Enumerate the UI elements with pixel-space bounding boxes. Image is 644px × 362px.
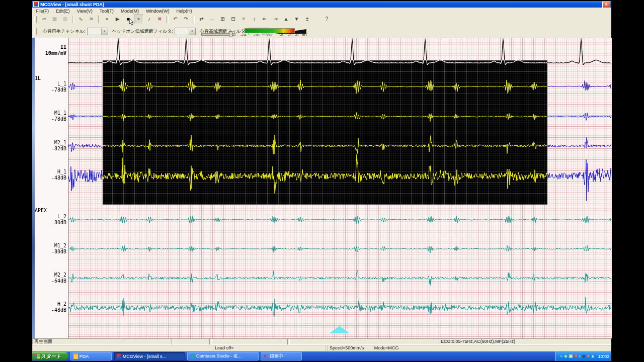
fit-width-button[interactable]: ↔ bbox=[207, 15, 217, 24]
meter-tick: -0 bbox=[295, 33, 298, 37]
channel-l1-label: L_1 -78dB bbox=[32, 81, 66, 93]
zoom-out-button[interactable]: ⊟ bbox=[228, 15, 238, 24]
filter-bar: 心音再生チャンネル: ▼ ヘッドホン低域遮断フィルタ: ▼ 心音高域遮断フィルタ… bbox=[32, 25, 611, 38]
mcg-icon bbox=[117, 354, 121, 358]
menu-bar: File(F)Edit(E)View(V)Tool(T)Mode(M)Windo… bbox=[32, 8, 611, 15]
play-button[interactable]: ▶ bbox=[113, 15, 122, 24]
toolbar-separator bbox=[72, 16, 74, 23]
status-spacer-3 bbox=[287, 338, 441, 345]
open-button[interactable]: ▱ bbox=[39, 15, 49, 24]
print-button[interactable]: ▥ bbox=[60, 15, 70, 24]
task-buttons: PDAMCGView - [small s...Camtasia Studio … bbox=[69, 352, 303, 360]
tray-icon-1[interactable]: ◐ bbox=[560, 354, 562, 358]
rewind-button[interactable]: « bbox=[102, 15, 112, 24]
playback-position-marker[interactable] bbox=[330, 326, 350, 333]
headphone-lowcut-label: ヘッドホン低域遮断フィルタ: bbox=[112, 28, 173, 35]
toolbar: ▱▦▥∿≋«▶■⌖♪✖↶↷⇄↔⊞⊟≡↕⇤⇥▲▼±? bbox=[32, 14, 611, 25]
tray-icon-5[interactable]: ♪ bbox=[579, 354, 581, 358]
tray-icon-3[interactable]: ▣ bbox=[569, 354, 573, 358]
menu-file[interactable]: File(F) bbox=[32, 9, 52, 14]
meter-tick: -12 bbox=[267, 33, 273, 37]
volume-slider-thumb[interactable] bbox=[229, 31, 232, 37]
status-spacer-4 bbox=[527, 338, 611, 345]
toolbar-separator bbox=[193, 16, 195, 23]
menu-view[interactable]: View(V) bbox=[73, 9, 96, 14]
toolbar-grip[interactable] bbox=[34, 16, 37, 23]
tray-icon-8[interactable]: ▲ bbox=[591, 354, 595, 358]
select-tool-button[interactable]: ⌖ bbox=[134, 15, 143, 24]
status2-spacer bbox=[32, 345, 215, 351]
group-apex-label: APEX bbox=[32, 208, 69, 214]
tray-icon-6[interactable]: ◉ bbox=[582, 354, 586, 358]
status-ecg-info: ECG:0.05-75Hz,AC(60Hz),MF(25Hz) bbox=[439, 338, 529, 345]
playback-channel-select[interactable]: ▼ bbox=[87, 28, 108, 35]
windows-logo-icon bbox=[34, 354, 39, 358]
channel-m22-label: M2_2 -64dB bbox=[32, 272, 66, 284]
undo-button[interactable]: ↶ bbox=[171, 15, 180, 24]
meter-tick: -6 bbox=[280, 33, 283, 37]
folder-icon bbox=[73, 353, 78, 359]
status-spacer-2 bbox=[209, 338, 290, 345]
selection-region[interactable] bbox=[103, 60, 547, 205]
meter-tick: -3 bbox=[288, 33, 291, 37]
sound-on-button[interactable]: ♪ bbox=[144, 15, 154, 24]
meter-tick: dB bbox=[302, 33, 307, 37]
toolbar-separator bbox=[167, 16, 169, 23]
app-icon bbox=[33, 2, 39, 7]
tray-icon-7[interactable]: ● bbox=[587, 354, 589, 358]
move-down-button[interactable]: ▼ bbox=[292, 15, 301, 24]
status-lead-off: Lead off= bbox=[213, 345, 328, 351]
redo-button[interactable]: ↷ bbox=[181, 15, 191, 24]
headphone-lowcut-select[interactable]: ▼ bbox=[175, 28, 196, 35]
task-camtasia[interactable]: Camtasia Studio - 名... bbox=[187, 352, 259, 360]
go-first-button[interactable]: ⇤ bbox=[260, 15, 270, 24]
taskbar-clock: 10:02 bbox=[598, 354, 609, 359]
layout-button[interactable]: ≡ bbox=[239, 15, 249, 24]
sound-off-button[interactable]: ✖ bbox=[155, 15, 165, 24]
menu-edit[interactable]: Edit(E) bbox=[52, 9, 73, 14]
channel-l2-label: L_2 -80dB bbox=[32, 214, 66, 226]
save-button[interactable]: ▦ bbox=[50, 15, 59, 24]
meter-tick: -18 bbox=[254, 33, 260, 37]
menu-help[interactable]: Help(H) bbox=[173, 9, 195, 14]
task-mcgview[interactable]: MCGView - [small s... bbox=[114, 352, 185, 360]
channel-h2-label: H_2 -48dB bbox=[32, 301, 66, 313]
taskbar: スタート PDAMCGView - [small s...Camtasia St… bbox=[32, 351, 611, 361]
help-button[interactable]: ? bbox=[322, 15, 332, 24]
task-recording[interactable]: ⚑録画中 bbox=[261, 352, 302, 360]
tray-icons: ◐◆▣✖♪◉●▲ bbox=[560, 354, 595, 358]
status-left: 再生画面 bbox=[32, 338, 174, 345]
status-bar: 再生画面 ECG:0.05-75Hz,AC(60Hz),MF(25Hz) Lea… bbox=[32, 338, 611, 351]
level-meter-ticks: -24-18-12-6-3-0dB bbox=[240, 33, 311, 37]
status-spacer-1 bbox=[172, 338, 212, 345]
tray-icon-4[interactable]: ✖ bbox=[574, 354, 578, 358]
wave-marker-button[interactable]: ∿ bbox=[76, 15, 86, 24]
chevron-down-icon: ▼ bbox=[101, 28, 108, 35]
wave-overlay-button[interactable]: ≋ bbox=[87, 15, 96, 24]
menu-mode[interactable]: Mode(M) bbox=[117, 9, 142, 14]
menu-window[interactable]: Window(W) bbox=[142, 9, 173, 14]
channel-m21-label: M2_1 -82dB bbox=[32, 140, 66, 152]
title-bar[interactable]: MCGView - [small shunt PDA] bbox=[32, 1, 611, 8]
window-title: MCGView - [small shunt PDA] bbox=[40, 2, 104, 7]
mouse-cursor bbox=[129, 19, 135, 26]
tray-icon-2[interactable]: ◆ bbox=[564, 354, 568, 358]
swap-channels-button[interactable]: ⇄ bbox=[197, 15, 206, 24]
calibration-button[interactable]: ± bbox=[302, 15, 312, 24]
camtasia-icon bbox=[190, 354, 195, 358]
fit-height-button[interactable]: ↕ bbox=[250, 15, 259, 24]
move-up-button[interactable]: ▲ bbox=[281, 15, 291, 24]
zoom-in-button[interactable]: ⊞ bbox=[218, 15, 227, 24]
playback-channel-label: 心音再生チャンネル: bbox=[43, 28, 86, 35]
toolbar-separator bbox=[98, 16, 100, 23]
filterbar-grip[interactable] bbox=[34, 28, 37, 35]
channel-m12-label: M1_2 -80dB bbox=[32, 243, 66, 255]
go-last-button[interactable]: ⇥ bbox=[271, 15, 280, 24]
task-pda[interactable]: PDA bbox=[70, 352, 112, 360]
meter-tick: -24 bbox=[240, 33, 247, 37]
menu-tool[interactable]: Tool(T) bbox=[96, 9, 117, 14]
status-mode: Mode=MCG bbox=[374, 345, 399, 350]
start-button[interactable]: スタート bbox=[32, 352, 68, 360]
channel-m11-label: M1_1 -78dB bbox=[32, 110, 66, 122]
status-speed: Speed=500mm/s bbox=[330, 345, 364, 350]
